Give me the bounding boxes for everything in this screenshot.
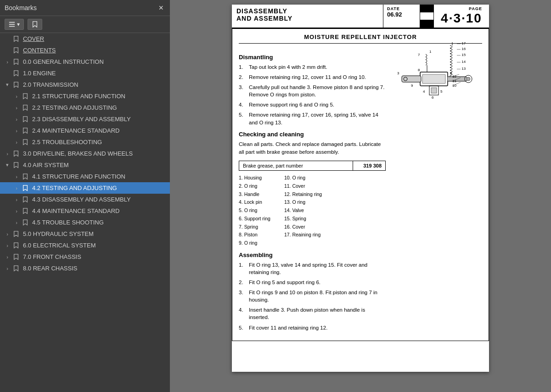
bookmark-item-a42[interactable]: ›4.2 TESTING AND ADJUSTING — [0, 182, 170, 194]
main-area: Dismantling 1.Tap out lock pin 4 with 2 … — [239, 49, 482, 336]
bookmark-item-a41[interactable]: ›4.1 STRUCTURE AND FUNCTION — [0, 171, 170, 182]
bar-bot — [420, 20, 433, 28]
bookmark-item-t21[interactable]: ›2.1 STRUCTURE AND FUNCTION — [0, 90, 170, 102]
part-item: 7. Spring — [239, 224, 270, 231]
step-item: 3.Carefully pull out handle 3. Remove pi… — [239, 84, 386, 98]
right-column: — 17 — 16 — 15 — 14 — 13 — [390, 49, 482, 336]
bookmark-icon — [21, 116, 29, 123]
part-item: 2. O ring — [239, 183, 270, 190]
header-bars — [420, 5, 434, 28]
part-item: 13. O ring — [284, 199, 322, 206]
dismantling-steps: 1.Tap out lock pin 4 with 2 mm drift.2.R… — [239, 63, 386, 126]
bookmark-label: 4.2 TESTING AND ADJUSTING — [32, 185, 166, 191]
part-item: 9. O ring — [239, 240, 270, 247]
svg-rect-11 — [422, 74, 445, 84]
step-text: Remove retaining ring 17, cover 16, spri… — [249, 111, 386, 126]
bookmark-icon — [21, 219, 29, 226]
expand-arrow: › — [4, 254, 11, 260]
expand-arrow: › — [4, 231, 11, 237]
checking-section: Checking and cleaning Clean all parts. C… — [239, 131, 386, 247]
bookmark-item-a45[interactable]: ›4.5 TROUBLE SHOOTING — [0, 217, 170, 228]
bookmark-icon — [12, 231, 20, 237]
bookmark-item-driveline[interactable]: ›3.0 DRIVELINE, BRAKES AND WHEELS — [0, 148, 170, 159]
step-text: Remove support ring 6 and O ring 5. — [249, 101, 334, 108]
bookmark-label: 4.0 AIR SYSTEM — [23, 162, 166, 168]
parts-right: 10. O ring11. Cover12. Retaining ring13.… — [284, 174, 322, 247]
step-num: 1. — [239, 261, 246, 276]
expand-arrow: › — [4, 151, 11, 157]
step-num: 2. — [239, 279, 246, 286]
bookmark-label: 2.1 STRUCTURE AND FUNCTION — [32, 93, 166, 100]
document-panel: DISASSEMBLY AND ASSEMBLY DATE 06.92 PAGE… — [170, 0, 551, 392]
dropdown-arrow: ▾ — [17, 21, 20, 28]
bookmark-item-hydraulic[interactable]: ›5.0 HYDRAULIC SYSTEM — [0, 228, 170, 240]
bookmark-icon — [12, 47, 20, 54]
bookmark-icon — [12, 254, 20, 260]
injector-diagram: — 17 — 16 — 15 — 14 — 13 — [393, 35, 480, 164]
bookmark-item-engine[interactable]: 1.0 ENGINE — [0, 67, 170, 79]
bookmark-icon — [21, 105, 29, 111]
bookmark-item-t22[interactable]: ›2.2 TESTING AND ADJUSTING — [0, 102, 170, 113]
bookmark-item-contents[interactable]: CONTENTS — [0, 45, 170, 56]
view-options-button[interactable]: ▾ — [5, 19, 24, 30]
svg-point-15 — [467, 77, 470, 81]
close-button[interactable]: × — [157, 3, 165, 13]
bookmark-item-a43[interactable]: ›4.3 DISASSEMBLY AND ASSEMBLY — [0, 194, 170, 205]
bookmark-item-transmission[interactable]: ▾2.0 TRANSMISSION — [0, 79, 170, 90]
bar-mid — [420, 12, 433, 20]
bookmark-label: 4.1 STRUCTURE AND FUNCTION — [32, 173, 166, 180]
bookmark-icon — [21, 185, 29, 191]
bookmark-icon — [12, 151, 20, 157]
step-item: 4.Insert handle 3. Push down piston when… — [239, 306, 386, 321]
header-page-num: PAGE 4·3·10 — [434, 5, 489, 28]
step-text: Remove retaining ring 12, cover 11 and O… — [249, 73, 366, 81]
svg-rect-1 — [9, 24, 15, 25]
step-num: 4. — [239, 101, 246, 108]
step-text: Fit O rings 9 and 10 on piston 8. Fit pi… — [249, 289, 386, 303]
step-num: 2. — [239, 73, 246, 81]
assembling-title: Assembling — [239, 252, 386, 258]
step-item: 5.Remove retaining ring 17, cover 16, sp… — [239, 111, 386, 126]
part-item: 5. O ring — [239, 207, 270, 214]
svg-rect-23 — [431, 88, 437, 93]
bookmark-icon — [21, 174, 29, 180]
dismantling-title: Dismantling — [239, 54, 386, 61]
bookmark-label: 3.0 DRIVELINE, BRAKES AND WHEELS — [23, 150, 166, 157]
bookmark-item-rear[interactable]: ›8.0 REAR CHASSIS — [0, 263, 170, 274]
svg-text:6: 6 — [432, 95, 434, 100]
bookmark-item-air[interactable]: ▾4.0 AIR SYSTEM — [0, 159, 170, 171]
step-num: 4. — [239, 306, 246, 321]
bookmark-item-t24[interactable]: ›2.4 MAINTENANCE STANDARD — [0, 125, 170, 136]
expand-arrow: › — [13, 117, 20, 122]
step-text: Carefully pull out handle 3. Remove pist… — [249, 84, 386, 98]
date-label: DATE — [387, 6, 416, 11]
svg-text:— 14: — 14 — [457, 60, 466, 64]
date-value: 06.92 — [387, 11, 416, 18]
bookmark-item-general[interactable]: ›0.0 GENERAL INSTRUCTION — [0, 56, 170, 67]
expand-arrow: › — [13, 220, 20, 225]
bookmark-item-electrical[interactable]: ›6.0 ELECTRICAL SYSTEM — [0, 240, 170, 251]
bookmark-icon — [12, 59, 20, 65]
bookmark-item-t23[interactable]: ›2.3 DISASSEMBLY AND ASSEMBLY — [0, 113, 170, 125]
expand-arrow: › — [4, 266, 11, 271]
bookmark-label: 2.5 TROUBLESHOOTING — [32, 139, 166, 146]
parts-left: 1. Housing2. O ring3. Handle4. Lock pin5… — [239, 174, 270, 247]
page-label: PAGE — [441, 6, 482, 11]
bookmark-icon — [21, 208, 29, 214]
bookmark-item-t25[interactable]: ›2.5 TROUBLESHOOTING — [0, 136, 170, 148]
bookmarks-list[interactable]: COVERCONTENTS›0.0 GENERAL INSTRUCTION1.0… — [0, 33, 170, 392]
section-title-line2: AND ASSEMBLY — [236, 15, 378, 22]
step-text: Fit cover 11 and retaining ring 12. — [249, 324, 327, 331]
bookmark-item-front[interactable]: ›7.0 FRONT CHASSIS — [0, 251, 170, 263]
expand-arrow: › — [4, 243, 11, 248]
bookmark-icon — [21, 128, 29, 134]
bookmark-item-a44[interactable]: ›4.4 MAINTENANCE STANDARD — [0, 205, 170, 217]
bookmark-item-cover[interactable]: COVER — [0, 33, 170, 45]
bookmark-icon — [12, 70, 20, 77]
step-text: Fit O ring 5 and support ring 6. — [249, 279, 320, 286]
expand-arrow: › — [13, 105, 20, 111]
svg-text:5: 5 — [440, 90, 443, 94]
step-num: 5. — [239, 111, 246, 126]
bookmark-icon-button[interactable] — [28, 19, 42, 30]
part-item: 12. Retaining ring — [284, 191, 322, 198]
